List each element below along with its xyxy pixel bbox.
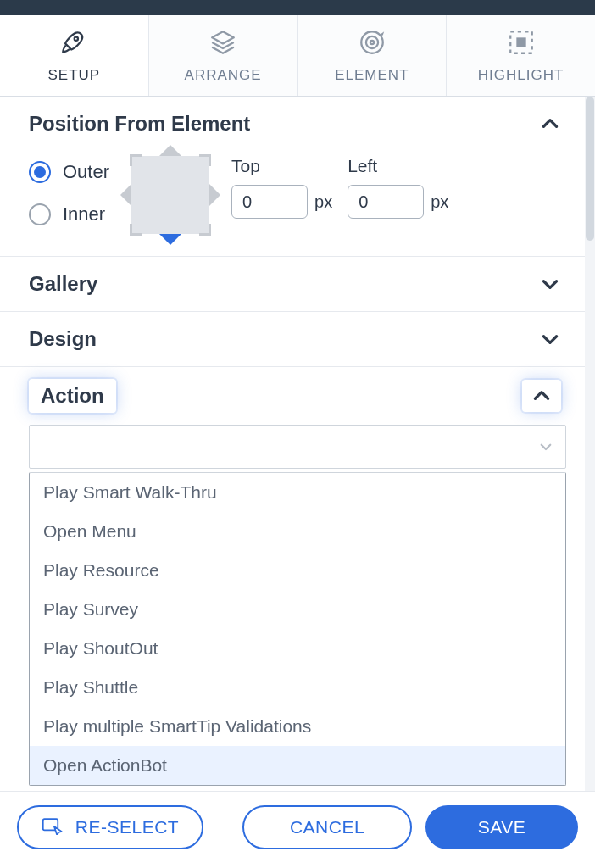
offset-top-label: Top <box>231 156 332 176</box>
window-title-bar <box>0 0 595 15</box>
anchor-left[interactable] <box>120 184 131 206</box>
footer: RE-SELECT CANCEL SAVE <box>0 791 595 868</box>
chevron-up-icon <box>531 385 553 407</box>
tab-element[interactable]: ELEMENT <box>298 15 447 96</box>
scrollbar-thumb[interactable] <box>586 97 594 241</box>
cancel-button[interactable]: CANCEL <box>242 805 412 849</box>
tab-highlight[interactable]: HIGHLIGHT <box>446 15 595 96</box>
action-option[interactable]: Play Smart Walk-Thru <box>30 473 565 512</box>
rocket-icon <box>59 28 88 60</box>
offset-top-unit: px <box>314 192 332 212</box>
section-design-header[interactable]: Design <box>0 312 595 366</box>
tab-element-label: ELEMENT <box>335 67 409 84</box>
section-action-title: Action <box>41 384 104 407</box>
radio-inner[interactable]: Inner <box>29 203 109 225</box>
section-position-body: Outer Inner <box>0 151 595 256</box>
section-action-header[interactable]: Action <box>0 367 595 425</box>
section-position-header[interactable]: Position From Element <box>0 97 595 151</box>
action-option[interactable]: Play ShoutOut <box>30 629 565 668</box>
anchor-picker[interactable] <box>131 156 209 234</box>
tab-setup-label: SETUP <box>48 67 101 84</box>
offset-top-input[interactable] <box>231 185 308 219</box>
svg-marker-1 <box>212 31 234 43</box>
highlight-icon <box>507 28 536 60</box>
reselect-icon <box>42 816 65 839</box>
radio-inner-circle <box>29 203 51 225</box>
section-action-body: Play Smart Walk-Thru Open Menu Play Reso… <box>0 425 595 786</box>
action-dropdown: Play Smart Walk-Thru Open Menu Play Reso… <box>29 472 566 786</box>
reselect-label: RE-SELECT <box>75 817 179 837</box>
action-option[interactable]: Open ActionBot <box>30 746 565 785</box>
offset-top: Top px <box>231 156 332 219</box>
anchor-bottom-left[interactable] <box>130 224 142 236</box>
chevron-down-icon <box>539 328 561 350</box>
svg-point-2 <box>361 31 383 53</box>
content-pane: Position From Element Outer Inner <box>0 97 595 791</box>
tab-bar: SETUP ARRANGE ELEMENT HIGHLIGHT <box>0 15 595 97</box>
anchor-bottom[interactable] <box>159 234 181 245</box>
save-label: SAVE <box>478 817 525 837</box>
chevron-down-icon <box>539 273 561 295</box>
radio-outer-label: Outer <box>63 161 109 183</box>
save-button[interactable]: SAVE <box>425 805 578 849</box>
tab-arrange-label: ARRANGE <box>185 67 262 84</box>
position-radio-group: Outer Inner <box>29 156 109 225</box>
offset-left-unit: px <box>431 192 448 212</box>
target-icon <box>358 28 386 60</box>
chevron-down-icon <box>538 439 553 454</box>
chevron-up-icon <box>539 113 561 135</box>
layers-icon <box>209 28 237 60</box>
action-option[interactable]: Play Survey <box>30 590 565 629</box>
section-position-title: Position From Element <box>29 112 250 136</box>
radio-outer-circle <box>29 161 51 183</box>
tab-highlight-label: HIGHLIGHT <box>478 67 564 84</box>
section-design-title: Design <box>29 327 97 351</box>
offset-left: Left px <box>348 156 448 219</box>
svg-rect-6 <box>516 37 525 47</box>
svg-point-4 <box>370 40 374 43</box>
action-option[interactable]: Open Menu <box>30 512 565 551</box>
anchor-top[interactable] <box>159 145 181 156</box>
offset-left-input[interactable] <box>348 185 424 219</box>
cancel-label: CANCEL <box>290 817 364 837</box>
radio-inner-label: Inner <box>63 203 105 225</box>
anchor-bottom-right[interactable] <box>199 224 211 236</box>
anchor-top-right[interactable] <box>199 154 211 166</box>
svg-point-3 <box>366 36 378 47</box>
section-gallery-header[interactable]: Gallery <box>0 257 595 311</box>
radio-outer[interactable]: Outer <box>29 161 109 183</box>
anchor-right[interactable] <box>209 184 220 206</box>
tab-arrange[interactable]: ARRANGE <box>148 15 298 96</box>
anchor-top-left[interactable] <box>130 154 142 166</box>
offset-group: Top px Left px <box>231 156 448 219</box>
section-collapsed-header[interactable] <box>0 786 595 791</box>
offset-left-label: Left <box>348 156 448 176</box>
tab-setup[interactable]: SETUP <box>0 15 148 96</box>
reselect-button[interactable]: RE-SELECT <box>17 805 203 849</box>
svg-point-0 <box>75 36 78 40</box>
action-option[interactable]: Play multiple SmartTip Validations <box>30 707 565 746</box>
action-option[interactable]: Play Shuttle <box>30 668 565 707</box>
action-option[interactable]: Play Resource <box>30 551 565 590</box>
section-gallery-title: Gallery <box>29 272 97 296</box>
action-select[interactable] <box>29 425 566 469</box>
